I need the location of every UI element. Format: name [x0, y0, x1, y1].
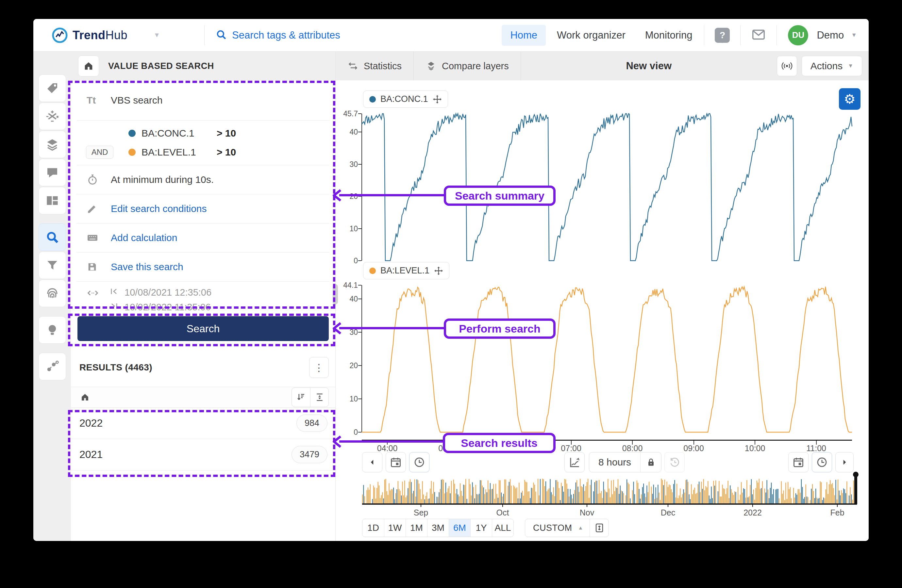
range-end-row: 10/02/2022 11:35:06 [110, 302, 211, 313]
brand-caret-icon[interactable]: ▼ [153, 31, 160, 39]
move-handle-icon[interactable] [434, 266, 443, 275]
results-title: RESULTS (4463) [80, 362, 309, 373]
y-tick-label: 40 [338, 127, 358, 136]
legend-color-dot [369, 267, 376, 274]
sort-descending-button[interactable] [292, 388, 310, 407]
dashboard-icon [46, 194, 59, 207]
preset-1y[interactable]: 1Y [470, 519, 492, 537]
text-type-icon: Tt [87, 95, 100, 106]
y-tick-label: 30 [338, 160, 358, 169]
sidebar-item-layers[interactable] [39, 131, 66, 158]
add-calculation-link-row[interactable]: Add calculation [71, 224, 335, 252]
save-this-search-link[interactable]: Save this search [111, 261, 183, 272]
y-tick-mark [358, 432, 362, 433]
tag-search-bar[interactable]: Search tags & attributes [205, 29, 502, 42]
start-calendar-button[interactable] [386, 452, 406, 472]
preset-1d[interactable]: 1D [362, 519, 384, 537]
edit-search-conditions-link[interactable]: Edit search conditions [111, 203, 207, 214]
panel-home-button[interactable] [78, 56, 99, 77]
nav-item-monitoring[interactable]: Monitoring [637, 25, 701, 46]
y-tick-mark [358, 365, 362, 366]
results-home-icon[interactable] [80, 393, 291, 402]
collapse-groups-button[interactable] [310, 388, 329, 407]
lock-duration-button[interactable] [640, 452, 661, 472]
panel-header: VALUE BASED SEARCH [71, 52, 335, 80]
sidebar-item-funnel[interactable] [39, 252, 66, 279]
preset-3m[interactable]: 3M [427, 519, 449, 537]
user-name[interactable]: Demo [817, 30, 844, 41]
chart-region: Statistics Compare layers New view Actio… [335, 52, 869, 541]
duration-control: 8 hours [589, 452, 661, 472]
time-range-icon [87, 287, 100, 299]
end-calendar-button[interactable] [788, 452, 808, 472]
help-icon[interactable]: ? [715, 28, 730, 43]
end-time-button[interactable] [812, 452, 832, 472]
result-row-2022[interactable]: 2022984 [71, 408, 335, 439]
panel-scrollbar-thumb[interactable] [333, 284, 338, 305]
results-menu-button[interactable]: ⋮ [309, 357, 329, 378]
start-time-button-icon [413, 457, 425, 468]
preset-all[interactable]: ALL [492, 519, 514, 537]
layers-icon [45, 138, 59, 151]
comment-icon [46, 166, 59, 179]
add-calculation-link[interactable]: Add calculation [111, 232, 177, 243]
y-tick-label: 0 [338, 256, 358, 265]
save-search-link-row[interactable]: Save this search [71, 252, 335, 281]
edit-conditions-link-row[interactable]: Edit search conditions [71, 194, 335, 223]
chart-canvas[interactable]: ⚙ BA:CONC.145.7403020100BA:LEVEL.144.140… [336, 80, 869, 541]
sidebar-item-fingerprint[interactable] [39, 280, 66, 307]
result-row-2021[interactable]: 20213479 [71, 439, 335, 471]
shift-window-left-button-icon [368, 458, 376, 466]
legend-chip-ba-conc-1[interactable]: BA:CONC.1 [363, 91, 448, 108]
move-handle-icon[interactable] [433, 95, 442, 104]
avatar[interactable]: DU [788, 25, 808, 45]
month-label: Feb [822, 508, 852, 518]
overview-scrubber-handle[interactable] [854, 475, 857, 505]
y-tick-mark [358, 113, 362, 114]
custom-range-label[interactable]: CUSTOM [525, 519, 578, 537]
shift-window-right-button[interactable] [835, 452, 853, 472]
mail-icon[interactable] [751, 27, 766, 44]
results-header: RESULTS (4463) ⋮ [71, 356, 335, 379]
tab-statistics-label: Statistics [364, 61, 402, 72]
tab-statistics[interactable]: Statistics [336, 52, 414, 80]
y-tick-mark [358, 164, 362, 165]
preset-1w[interactable]: 1W [384, 519, 406, 537]
context-trend-button[interactable] [564, 452, 585, 472]
preset-6m[interactable]: 6M [449, 519, 470, 537]
shift-window-left-button[interactable] [362, 452, 382, 472]
fit-range-button[interactable] [590, 519, 609, 537]
sidebar-item-dashboard[interactable] [39, 187, 66, 214]
x-tick-label: 07:00 [555, 444, 587, 453]
tab-compare-layers[interactable]: Compare layers [414, 52, 521, 80]
sidebar-item-graph[interactable] [39, 353, 66, 380]
x-tick-label: 10:00 [739, 444, 771, 453]
custom-collapse-caret-icon[interactable]: ▲ [578, 519, 590, 537]
chart-settings-gear-button[interactable]: ⚙ [839, 88, 860, 110]
duration-text: At minimum during 10s. [111, 174, 214, 185]
sidebar-item-tag[interactable] [39, 75, 66, 102]
search-button[interactable]: Search [77, 316, 329, 341]
actions-button[interactable]: Actions ▼ [802, 56, 862, 76]
x-tick-label: 04:00 [371, 444, 404, 453]
shift-window-right-button-icon [840, 458, 849, 466]
history-button[interactable] [664, 452, 685, 472]
sidebar-item-calc[interactable] [39, 103, 66, 130]
preset-1m[interactable]: 1M [406, 519, 427, 537]
chart-header-actions: Actions ▼ [777, 52, 869, 80]
side-icon-rail [33, 52, 71, 541]
nav-item-work-organizer[interactable]: Work organizer [548, 25, 634, 46]
vbs-name-row: Tt VBS search [71, 80, 335, 120]
month-tick-mark [668, 504, 668, 507]
nav-item-home[interactable]: Home [502, 25, 546, 46]
sidebar-item-search[interactable] [39, 224, 66, 251]
tab-compare-layers-label: Compare layers [442, 61, 509, 72]
duration-value[interactable]: 8 hours [589, 457, 640, 468]
sidebar-item-comment[interactable] [39, 159, 66, 186]
sidebar-item-bulb[interactable] [39, 316, 66, 344]
overview-strip[interactable] [362, 477, 857, 504]
legend-chip-ba-level-1[interactable]: BA:LEVEL.1 [363, 262, 449, 279]
live-mode-button[interactable] [777, 56, 797, 76]
user-menu-caret-icon[interactable]: ▼ [851, 32, 857, 39]
start-time-button[interactable] [409, 452, 429, 472]
